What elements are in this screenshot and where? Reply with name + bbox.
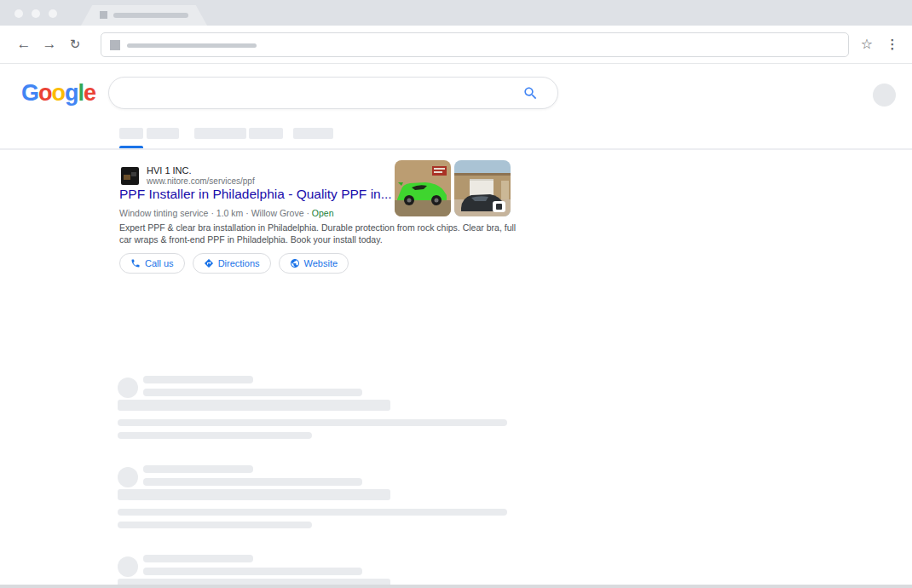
address-favicon-placeholder — [110, 40, 120, 50]
google-logo[interactable]: Google — [21, 80, 95, 107]
profile-avatar[interactable] — [873, 84, 896, 107]
skeleton-title-bar — [118, 489, 390, 500]
meta-distance: 1.0 km — [216, 208, 244, 218]
results-tab-placeholder-active[interactable] — [119, 128, 143, 139]
skeleton-source-line — [143, 376, 253, 383]
skeleton-text-line — [118, 432, 312, 439]
result-description: Expert PPF & clear bra installation in P… — [119, 222, 522, 245]
search-icon[interactable] — [522, 85, 539, 101]
bookmark-star-icon[interactable]: ☆ — [857, 26, 877, 64]
call-us-label: Call us — [145, 258, 174, 268]
skeleton-favicon — [118, 378, 138, 398]
result-source-url: www.nitore.com/services/ppf — [147, 176, 255, 186]
window-control-dot[interactable] — [14, 9, 23, 18]
website-button[interactable]: Website — [279, 253, 349, 274]
call-us-button[interactable]: Call us — [119, 253, 185, 274]
skeleton-result — [118, 465, 629, 528]
green-sports-car-photo[interactable] — [395, 160, 451, 216]
window-control-dot[interactable] — [49, 9, 57, 18]
reload-icon[interactable]: ↻ — [65, 26, 85, 64]
skeleton-url-line — [143, 389, 362, 396]
skeleton-text-line — [118, 419, 507, 426]
skeleton-source-line — [143, 555, 253, 562]
results-divider — [0, 148, 912, 150]
result-action-buttons: Call us Directions Website — [119, 253, 349, 274]
meta-separator: · — [211, 208, 214, 218]
skeleton-source-line — [143, 465, 253, 473]
results-tab-placeholder[interactable] — [194, 128, 246, 139]
meta-separator: · — [306, 208, 309, 218]
skeleton-favicon — [118, 556, 138, 577]
results-tab-placeholder[interactable] — [249, 128, 283, 139]
address-text-placeholder — [127, 43, 257, 48]
browser-window: ← → ↻ ☆ ⋮ Google HVI 1 INC. www.nitore.c… — [0, 0, 912, 588]
skeleton-favicon — [118, 467, 138, 487]
results-tab-placeholder[interactable] — [147, 128, 179, 139]
skeleton-title-bar — [118, 400, 390, 411]
kebab-menu-icon[interactable]: ⋮ — [883, 26, 902, 64]
skeleton-text-line — [118, 509, 507, 516]
logo-letter: o — [38, 80, 52, 106]
browser-toolbar: ← → ↻ ☆ ⋮ — [0, 26, 912, 64]
search-input[interactable] — [108, 77, 558, 109]
results-tab-placeholder[interactable] — [293, 128, 333, 139]
phone-icon — [130, 258, 141, 268]
browser-tab[interactable] — [81, 5, 207, 26]
website-label: Website — [304, 258, 338, 268]
directions-label: Directions — [218, 258, 260, 268]
meta-category: Window tinting service — [119, 208, 208, 218]
skeleton-url-line — [143, 478, 362, 486]
skeleton-result — [118, 555, 629, 588]
meta-open-status: Open — [312, 208, 334, 218]
directions-icon — [204, 258, 214, 268]
result-meta-line: Window tinting service · 1.0 km · Willow… — [119, 208, 334, 218]
logo-letter: G — [21, 80, 38, 106]
back-arrow-icon[interactable]: ← — [14, 26, 34, 64]
result-title-link[interactable]: PPF Installer in Philadelphia - Quality … — [119, 187, 392, 202]
tab-title-placeholder — [113, 13, 188, 18]
tab-favicon-placeholder — [100, 11, 107, 19]
forward-arrow-icon[interactable]: → — [39, 26, 60, 64]
address-bar[interactable] — [101, 32, 849, 57]
skeleton-text-line — [118, 522, 312, 528]
directions-button[interactable]: Directions — [193, 253, 271, 274]
logo-letter: o — [52, 80, 66, 106]
window-control-dot[interactable] — [32, 9, 40, 18]
meta-area: Willow Grove — [251, 208, 304, 218]
logo-letter: g — [65, 80, 78, 106]
browser-tabstrip — [0, 0, 912, 26]
business-favicon — [121, 167, 139, 185]
skeleton-result — [118, 376, 629, 439]
black-car-garage-photo[interactable] — [454, 160, 511, 216]
skeleton-url-line — [143, 568, 362, 575]
window-bottom-edge — [0, 585, 912, 588]
globe-icon — [290, 258, 300, 268]
meta-separator: · — [245, 208, 249, 218]
logo-letter: e — [84, 80, 95, 106]
result-source-name: HVI 1 INC. — [147, 165, 192, 176]
